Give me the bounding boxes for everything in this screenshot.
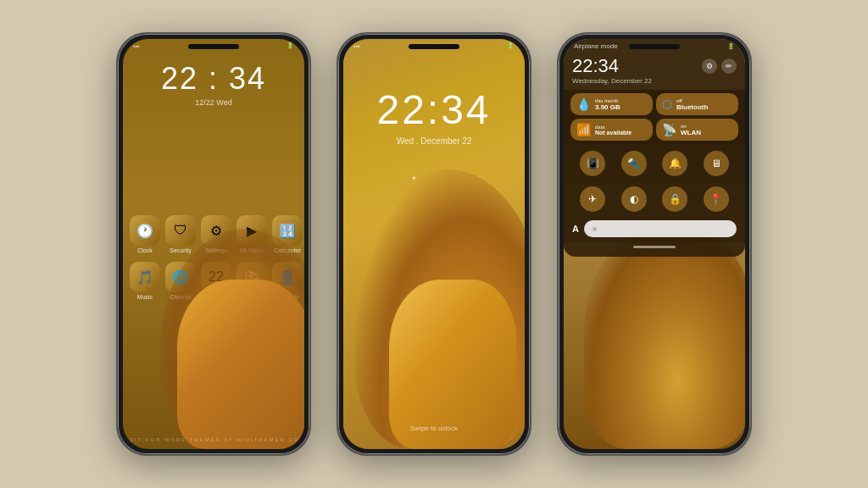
battery-icon-2: 🔋 xyxy=(507,42,515,49)
home-indicator xyxy=(633,246,676,248)
security-icon: 🛡 xyxy=(165,215,196,246)
flashlight-button[interactable]: 🔦 xyxy=(621,151,647,176)
data-usage-sub: this month xyxy=(595,98,620,103)
screen-button[interactable]: 🖥 xyxy=(704,151,729,176)
app-music[interactable]: 🎵 Music xyxy=(130,262,160,300)
ctrl-date: Wednesday, December 22 xyxy=(572,77,652,85)
ctrl-header-icons: 🔋 xyxy=(727,43,735,50)
volume-down-button[interactable] xyxy=(116,152,118,178)
bluetooth-label: Bluetooth xyxy=(676,103,708,111)
data-usage-value: 3.90 GB xyxy=(595,103,620,111)
bluetooth-icon: ⬡ xyxy=(662,97,672,111)
battery-icon: 🔋 xyxy=(287,42,294,49)
quick-buttons-row2: ✈ ◐ 🔒 📍 xyxy=(564,183,745,215)
right-status: 🔋 xyxy=(287,42,294,49)
phones-container: ▪▪▪ 🔋 22 : 34 12/22 Wed 🕐 Clock 🛡 Securi… xyxy=(116,32,752,456)
lion-face-2 xyxy=(389,280,516,449)
data-usage-info: this month 3.90 GB xyxy=(595,98,620,111)
home-screen: ▪▪▪ 🔋 22 : 34 12/22 Wed 🕐 Clock 🛡 Securi… xyxy=(123,39,304,449)
airplane-mode-label: Airplane mode xyxy=(574,42,618,50)
quick-buttons-row1: 📳 🔦 🔔 🖥 xyxy=(564,144,745,183)
wifi-icon: 📡 xyxy=(662,123,676,136)
lock-time: 22:34 xyxy=(343,86,525,133)
volume-down-button-3[interactable] xyxy=(557,152,559,178)
phone-lock: ▪▪▪ 🔋 22:34 Wed . December 22 ✦ 🔧 📷 Swip… xyxy=(337,32,531,456)
phone-control: Airplane mode 🔋 22:34 Wednesday, Decembe… xyxy=(557,32,752,456)
app-clock[interactable]: 🕐 Clock xyxy=(130,215,160,253)
music-label: Music xyxy=(137,294,153,300)
brightness-slider[interactable]: ☀ xyxy=(584,220,737,237)
notch-3 xyxy=(629,44,680,49)
location-button[interactable]: 📍 xyxy=(704,186,729,212)
ctrl-action-icons: ⚙ ✏ xyxy=(702,58,737,74)
bell-button[interactable]: 🔔 xyxy=(662,151,687,176)
sun-icon: ☀ xyxy=(591,225,598,234)
watermark: VISIT FOR MORE THEMES AT MIUITHEMER.COM xyxy=(123,437,304,442)
volume-down-button-2[interactable] xyxy=(337,152,338,178)
left-status: ▪▪▪ xyxy=(133,43,139,49)
volume-up-button-2[interactable] xyxy=(337,119,338,144)
brightness-a-label: A xyxy=(572,224,579,234)
mobile-data-value: Not available xyxy=(595,130,632,136)
sparkle: ✦ xyxy=(411,175,417,182)
mobile-data-tile[interactable]: 📶 data Not available xyxy=(570,119,653,141)
notch-2 xyxy=(409,44,459,49)
mobile-data-info: data Not available xyxy=(595,125,632,136)
wlan-info: on WLAN xyxy=(681,124,701,136)
swipe-unlock-text: Swipe to unlock xyxy=(410,424,458,432)
notch xyxy=(188,44,239,49)
auto-brightness-button[interactable]: ◐ xyxy=(621,186,647,212)
wlan-tile[interactable]: 📡 on WLAN xyxy=(656,119,738,141)
ctrl-time: 22:34 xyxy=(572,55,652,77)
signal-icon: ▪▪▪ xyxy=(133,43,139,49)
airplane-button[interactable]: ✈ xyxy=(580,186,605,212)
brightness-row: A ☀ xyxy=(564,215,745,242)
volume-up-button[interactable] xyxy=(116,119,118,144)
music-icon: 🎵 xyxy=(130,262,160,292)
control-screen: Airplane mode 🔋 22:34 Wednesday, Decembe… xyxy=(564,39,745,449)
phone-home: ▪▪▪ 🔋 22 : 34 12/22 Wed 🕐 Clock 🛡 Securi… xyxy=(116,32,311,456)
bluetooth-tile[interactable]: ⬡ off Bluetooth xyxy=(656,93,738,115)
status-icons: 🔋 xyxy=(727,43,735,50)
water-drop-icon: 💧 xyxy=(576,97,591,111)
security-label: Security xyxy=(170,247,191,253)
bluetooth-info: off Bluetooth xyxy=(676,98,708,111)
power-button-2[interactable] xyxy=(530,136,531,178)
vibrate-button[interactable]: 📳 xyxy=(580,151,605,176)
home-time: 22 : 34 xyxy=(123,61,304,97)
lock-rotation-button[interactable]: 🔒 xyxy=(662,186,687,212)
clock-label: Clock xyxy=(137,247,153,253)
control-panel: Airplane mode 🔋 22:34 Wednesday, Decembe… xyxy=(564,39,745,257)
data-usage-tile[interactable]: 💧 this month 3.90 GB xyxy=(570,93,653,115)
lion-face xyxy=(177,280,304,449)
settings-ctrl-btn[interactable]: ⚙ xyxy=(702,58,717,74)
lock-screen: ▪▪▪ 🔋 22:34 Wed . December 22 ✦ 🔧 📷 Swip… xyxy=(343,39,525,449)
home-date: 12/22 Wed xyxy=(123,98,304,107)
signal-icon-2: ▪▪▪ xyxy=(353,43,359,49)
clock-icon: 🕐 xyxy=(130,215,160,246)
wlan-label: WLAN xyxy=(681,129,701,136)
ctrl-time-row: 22:34 Wednesday, December 22 ⚙ ✏ xyxy=(564,53,745,90)
power-button-3[interactable] xyxy=(750,136,752,178)
bottom-indicator xyxy=(564,242,745,250)
quick-tiles: 💧 this month 3.90 GB ⬡ off Bluetooth xyxy=(564,90,745,144)
app-security[interactable]: 🛡 Security xyxy=(165,215,196,253)
signal-bars-icon: 📶 xyxy=(576,123,591,136)
volume-up-button-3[interactable] xyxy=(557,119,559,144)
lock-date: Wed . December 22 xyxy=(343,136,525,146)
ctrl-time-block: 22:34 Wednesday, December 22 xyxy=(572,55,652,85)
power-button[interactable] xyxy=(309,136,311,178)
edit-ctrl-btn[interactable]: ✏ xyxy=(721,58,737,74)
lock-time-container: 22:34 Wed . December 22 xyxy=(343,86,525,146)
